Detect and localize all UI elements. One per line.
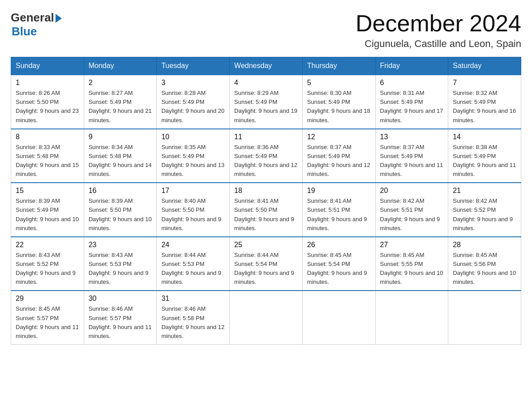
day-info: Sunrise: 8:43 AMSunset: 5:53 PMDaylight:… xyxy=(89,251,152,287)
weekday-header-friday: Friday xyxy=(375,57,448,75)
day-info: Sunrise: 8:33 AMSunset: 5:48 PMDaylight:… xyxy=(16,143,79,179)
calendar-day-cell: 6Sunrise: 8:31 AMSunset: 5:49 PMDaylight… xyxy=(375,75,448,129)
weekday-header-sunday: Sunday xyxy=(11,57,84,75)
day-number: 22 xyxy=(16,241,79,249)
day-info: Sunrise: 8:46 AMSunset: 5:58 PMDaylight:… xyxy=(161,304,225,341)
day-number: 27 xyxy=(380,241,444,249)
logo: General Blue xyxy=(11,11,62,39)
weekday-header-monday: Monday xyxy=(84,57,157,75)
day-number: 21 xyxy=(453,187,516,195)
day-number: 5 xyxy=(307,79,371,87)
day-number: 31 xyxy=(161,295,225,303)
calendar-day-cell: 9Sunrise: 8:34 AMSunset: 5:48 PMDaylight… xyxy=(84,129,157,183)
calendar-day-cell: 18Sunrise: 8:41 AMSunset: 5:50 PMDayligh… xyxy=(230,183,303,237)
calendar-day-cell xyxy=(230,291,303,344)
day-info: Sunrise: 8:32 AMSunset: 5:49 PMDaylight:… xyxy=(453,89,516,125)
day-info: Sunrise: 8:44 AMSunset: 5:54 PMDaylight:… xyxy=(234,251,298,287)
calendar-week-row: 22Sunrise: 8:43 AMSunset: 5:52 PMDayligh… xyxy=(11,237,521,291)
day-info: Sunrise: 8:40 AMSunset: 5:50 PMDaylight:… xyxy=(161,197,225,233)
calendar-day-cell: 25Sunrise: 8:44 AMSunset: 5:54 PMDayligh… xyxy=(230,237,303,291)
calendar-day-cell: 12Sunrise: 8:37 AMSunset: 5:49 PMDayligh… xyxy=(302,129,375,183)
day-info: Sunrise: 8:45 AMSunset: 5:56 PMDaylight:… xyxy=(453,251,516,287)
day-number: 3 xyxy=(161,79,225,87)
calendar-day-cell xyxy=(448,291,521,344)
day-number: 4 xyxy=(234,79,298,87)
day-info: Sunrise: 8:37 AMSunset: 5:49 PMDaylight:… xyxy=(307,143,371,179)
day-number: 14 xyxy=(453,133,516,141)
calendar-day-cell: 1Sunrise: 8:26 AMSunset: 5:50 PMDaylight… xyxy=(11,75,84,129)
day-number: 19 xyxy=(307,187,371,195)
day-number: 28 xyxy=(453,241,516,249)
day-info: Sunrise: 8:38 AMSunset: 5:49 PMDaylight:… xyxy=(453,143,516,179)
calendar-day-cell: 27Sunrise: 8:45 AMSunset: 5:55 PMDayligh… xyxy=(375,237,448,291)
day-info: Sunrise: 8:39 AMSunset: 5:50 PMDaylight:… xyxy=(89,197,152,233)
calendar-day-cell: 21Sunrise: 8:42 AMSunset: 5:52 PMDayligh… xyxy=(448,183,521,237)
day-number: 24 xyxy=(161,241,225,249)
calendar-table: SundayMondayTuesdayWednesdayThursdayFrid… xyxy=(11,57,521,345)
calendar-day-cell: 11Sunrise: 8:36 AMSunset: 5:49 PMDayligh… xyxy=(230,129,303,183)
calendar-day-cell: 13Sunrise: 8:37 AMSunset: 5:49 PMDayligh… xyxy=(375,129,448,183)
calendar-day-cell: 29Sunrise: 8:45 AMSunset: 5:57 PMDayligh… xyxy=(11,291,84,344)
logo-general-text: General xyxy=(11,11,54,25)
day-number: 29 xyxy=(16,295,79,303)
calendar-week-row: 15Sunrise: 8:39 AMSunset: 5:49 PMDayligh… xyxy=(11,183,521,237)
logo-arrow-icon xyxy=(56,14,62,23)
day-number: 26 xyxy=(307,241,371,249)
day-info: Sunrise: 8:45 AMSunset: 5:55 PMDaylight:… xyxy=(380,251,444,287)
calendar-week-row: 1Sunrise: 8:26 AMSunset: 5:50 PMDaylight… xyxy=(11,75,521,129)
day-number: 25 xyxy=(234,241,298,249)
day-info: Sunrise: 8:41 AMSunset: 5:50 PMDaylight:… xyxy=(234,197,298,233)
day-number: 20 xyxy=(380,187,444,195)
calendar-day-cell: 4Sunrise: 8:29 AMSunset: 5:49 PMDaylight… xyxy=(230,75,303,129)
calendar-day-cell: 30Sunrise: 8:46 AMSunset: 5:57 PMDayligh… xyxy=(84,291,157,344)
day-info: Sunrise: 8:44 AMSunset: 5:53 PMDaylight:… xyxy=(161,251,225,287)
calendar-week-row: 8Sunrise: 8:33 AMSunset: 5:48 PMDaylight… xyxy=(11,129,521,183)
calendar-day-cell: 10Sunrise: 8:35 AMSunset: 5:49 PMDayligh… xyxy=(157,129,230,183)
day-number: 11 xyxy=(234,133,298,141)
calendar-day-cell: 17Sunrise: 8:40 AMSunset: 5:50 PMDayligh… xyxy=(157,183,230,237)
month-title: December 2024 xyxy=(356,11,521,36)
day-info: Sunrise: 8:34 AMSunset: 5:48 PMDaylight:… xyxy=(89,143,152,179)
day-number: 10 xyxy=(161,133,225,141)
calendar-day-cell: 15Sunrise: 8:39 AMSunset: 5:49 PMDayligh… xyxy=(11,183,84,237)
calendar-day-cell: 28Sunrise: 8:45 AMSunset: 5:56 PMDayligh… xyxy=(448,237,521,291)
logo-blue-text: Blue xyxy=(12,25,37,39)
day-info: Sunrise: 8:39 AMSunset: 5:49 PMDaylight:… xyxy=(16,197,79,233)
day-number: 7 xyxy=(453,79,516,87)
calendar-day-cell: 7Sunrise: 8:32 AMSunset: 5:49 PMDaylight… xyxy=(448,75,521,129)
day-info: Sunrise: 8:36 AMSunset: 5:49 PMDaylight:… xyxy=(234,143,298,179)
calendar-day-cell xyxy=(375,291,448,344)
calendar-day-cell: 16Sunrise: 8:39 AMSunset: 5:50 PMDayligh… xyxy=(84,183,157,237)
day-info: Sunrise: 8:27 AMSunset: 5:49 PMDaylight:… xyxy=(89,89,152,125)
day-number: 8 xyxy=(16,133,79,141)
calendar-day-cell: 23Sunrise: 8:43 AMSunset: 5:53 PMDayligh… xyxy=(84,237,157,291)
day-number: 30 xyxy=(89,295,152,303)
weekday-header-saturday: Saturday xyxy=(448,57,521,75)
calendar-header-row: SundayMondayTuesdayWednesdayThursdayFrid… xyxy=(11,57,521,75)
day-number: 2 xyxy=(89,79,152,87)
day-number: 18 xyxy=(234,187,298,195)
day-info: Sunrise: 8:35 AMSunset: 5:49 PMDaylight:… xyxy=(161,143,225,179)
page-header: General Blue December 2024 Cigunuela, Ca… xyxy=(11,11,521,50)
calendar-day-cell: 5Sunrise: 8:30 AMSunset: 5:49 PMDaylight… xyxy=(302,75,375,129)
day-info: Sunrise: 8:28 AMSunset: 5:49 PMDaylight:… xyxy=(161,89,225,125)
weekday-header-tuesday: Tuesday xyxy=(157,57,230,75)
day-info: Sunrise: 8:42 AMSunset: 5:51 PMDaylight:… xyxy=(380,197,444,233)
day-number: 9 xyxy=(89,133,152,141)
calendar-week-row: 29Sunrise: 8:45 AMSunset: 5:57 PMDayligh… xyxy=(11,291,521,344)
calendar-day-cell: 20Sunrise: 8:42 AMSunset: 5:51 PMDayligh… xyxy=(375,183,448,237)
weekday-header-thursday: Thursday xyxy=(302,57,375,75)
calendar-day-cell: 2Sunrise: 8:27 AMSunset: 5:49 PMDaylight… xyxy=(84,75,157,129)
day-info: Sunrise: 8:45 AMSunset: 5:57 PMDaylight:… xyxy=(16,304,79,341)
day-number: 15 xyxy=(16,187,79,195)
calendar-day-cell: 8Sunrise: 8:33 AMSunset: 5:48 PMDaylight… xyxy=(11,129,84,183)
day-info: Sunrise: 8:43 AMSunset: 5:52 PMDaylight:… xyxy=(16,251,79,287)
day-number: 1 xyxy=(16,79,79,87)
day-info: Sunrise: 8:30 AMSunset: 5:49 PMDaylight:… xyxy=(307,89,371,125)
day-info: Sunrise: 8:46 AMSunset: 5:57 PMDaylight:… xyxy=(89,304,152,341)
calendar-day-cell: 31Sunrise: 8:46 AMSunset: 5:58 PMDayligh… xyxy=(157,291,230,344)
day-info: Sunrise: 8:45 AMSunset: 5:54 PMDaylight:… xyxy=(307,251,371,287)
calendar-day-cell: 26Sunrise: 8:45 AMSunset: 5:54 PMDayligh… xyxy=(302,237,375,291)
day-number: 16 xyxy=(89,187,152,195)
calendar-day-cell: 3Sunrise: 8:28 AMSunset: 5:49 PMDaylight… xyxy=(157,75,230,129)
